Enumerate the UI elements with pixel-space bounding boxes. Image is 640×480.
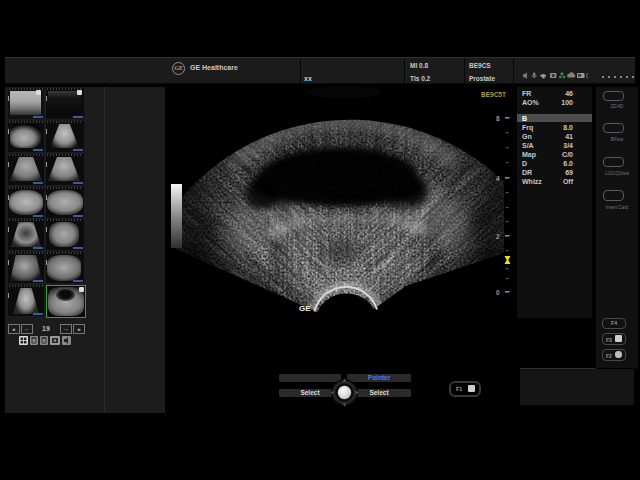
svg-text:8: 8 bbox=[496, 115, 500, 122]
svg-text:GE: GE bbox=[299, 304, 311, 313]
svg-text:4: 4 bbox=[496, 175, 500, 182]
svg-text:BE9C5T: BE9C5T bbox=[481, 91, 506, 98]
svg-text:2: 2 bbox=[496, 233, 500, 240]
svg-text:0: 0 bbox=[496, 289, 500, 296]
